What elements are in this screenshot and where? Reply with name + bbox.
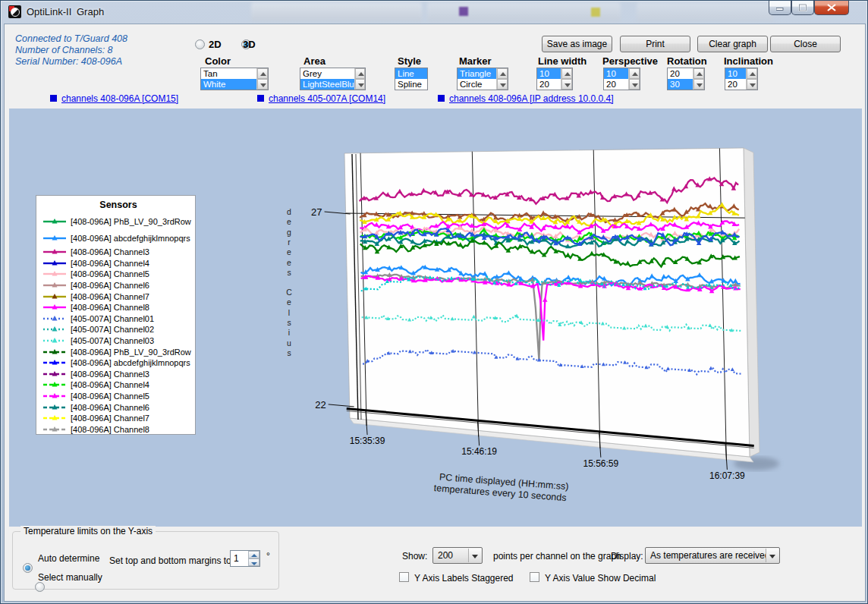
channel-link-label: channels 408-096A [COM15] bbox=[61, 93, 178, 104]
legend-swatch-dashed bbox=[42, 413, 68, 423]
scroll-down-icon[interactable] bbox=[747, 79, 757, 90]
scroll-down-icon[interactable] bbox=[693, 79, 704, 90]
radio-select-manually[interactable] bbox=[35, 582, 45, 592]
window-title: OptiLink-II bbox=[27, 6, 71, 17]
channel-link[interactable]: channels 408-096A [COM15] bbox=[50, 93, 178, 104]
spinner-down-icon[interactable] bbox=[248, 558, 259, 566]
listbox-inclination-option[interactable]: 20 bbox=[725, 79, 746, 90]
listbox-area-option[interactable]: Grey bbox=[300, 68, 354, 79]
y-axis-title-letter: e bbox=[287, 297, 291, 307]
legend-item: [408-096A] Channel5 bbox=[42, 391, 195, 402]
maximize-button[interactable] bbox=[791, 1, 814, 15]
sensors-legend: Sensors [408-096A] PhB_LV_90_3rdRow[408-… bbox=[36, 195, 196, 435]
listbox-rotation-option[interactable]: 20 bbox=[668, 68, 693, 79]
scroll-up-icon[interactable] bbox=[497, 68, 508, 79]
listbox-area[interactable]: GreyLightSteelBlue bbox=[300, 68, 366, 90]
listbox-style[interactable]: LineSpline bbox=[395, 68, 428, 90]
radio-2d[interactable] bbox=[195, 39, 205, 49]
legend-swatch-dashed bbox=[42, 379, 68, 390]
legend-swatch-solid bbox=[42, 233, 68, 244]
y-axis-title-letter: e bbox=[287, 258, 291, 267]
y-axis-title-letter: C bbox=[286, 288, 292, 297]
listbox-scrollbar[interactable] bbox=[256, 68, 268, 90]
listbox-marker-option[interactable]: Triangle bbox=[458, 68, 496, 79]
title-bar[interactable]: OptiLink-II Graph bbox=[1, 1, 867, 24]
close-button[interactable]: Close bbox=[770, 36, 841, 52]
legend-swatch-dashed bbox=[42, 424, 68, 435]
listbox-marker[interactable]: TriangleCircle bbox=[457, 68, 508, 90]
listbox-scrollbar[interactable] bbox=[628, 68, 640, 90]
scroll-up-icon[interactable] bbox=[747, 68, 757, 79]
scroll-down-icon[interactable] bbox=[629, 79, 640, 90]
channel-link[interactable]: channels 405-007A [COM14] bbox=[257, 93, 385, 104]
minimize-button[interactable] bbox=[769, 1, 791, 15]
legend-item-label: [408-096A] PhB_LV_90_3rdRow bbox=[71, 348, 191, 357]
listbox-scrollbar[interactable] bbox=[693, 68, 704, 90]
listbox-inclination-option[interactable]: 10 bbox=[725, 68, 746, 79]
listbox-marker-option[interactable]: Circle bbox=[458, 79, 496, 90]
margins-label: Set top and bottom margins to: bbox=[109, 555, 234, 566]
legend-item: [408-096A] PhB_LV_90_3rdRow bbox=[42, 213, 195, 230]
save-as-image-button[interactable]: Save as image bbox=[542, 36, 612, 52]
legend-item-label: [408-096A] Channel7 bbox=[71, 414, 149, 423]
checkbox-y-axis-decimal-label: Y Axis Value Show Decimal bbox=[545, 573, 656, 584]
legend-swatch-solid bbox=[42, 269, 68, 279]
radio-auto-determine[interactable] bbox=[23, 563, 33, 573]
listbox-style-option[interactable]: Spline bbox=[395, 79, 427, 90]
scroll-down-icon[interactable] bbox=[257, 79, 268, 90]
checkbox-y-axis-decimal[interactable] bbox=[530, 572, 539, 582]
scroll-up-icon[interactable] bbox=[257, 68, 268, 79]
y-axis-title-letter: i bbox=[288, 328, 290, 337]
clear-graph-button[interactable]: Clear graph bbox=[697, 36, 768, 52]
listbox-style-option[interactable]: Line bbox=[395, 68, 427, 79]
scroll-down-icon[interactable] bbox=[497, 79, 508, 90]
checkbox-y-axis-staggered[interactable] bbox=[399, 572, 409, 582]
legend-item-label: [408-096A] Channel6 bbox=[71, 281, 149, 290]
legend-item-label: [408-096A] Channel5 bbox=[71, 269, 149, 278]
listbox-perspective-option[interactable]: 10 bbox=[604, 68, 628, 79]
legend-swatch-dotted bbox=[42, 313, 68, 324]
channel-link-label: channels 405-007A [COM14] bbox=[269, 93, 385, 104]
menu-graph[interactable]: Graph bbox=[77, 6, 104, 17]
margin-spinner[interactable]: 1 bbox=[230, 550, 260, 567]
listbox-inclination[interactable]: 1020 bbox=[725, 68, 758, 90]
listbox-rotation[interactable]: 2030 bbox=[667, 68, 705, 90]
close-window-button[interactable] bbox=[814, 1, 849, 15]
listbox-scrollbar[interactable] bbox=[496, 68, 508, 90]
listbox-scrollbar[interactable] bbox=[746, 68, 757, 90]
scroll-up-icon[interactable] bbox=[355, 68, 365, 79]
listbox-label-color: Color bbox=[205, 55, 231, 67]
listbox-color-option[interactable]: Tan bbox=[201, 68, 256, 79]
legend-item-label: [408-096A] Channel8 bbox=[71, 303, 149, 312]
legend-item: [408-096A] Channel7 bbox=[42, 291, 195, 302]
scroll-up-icon[interactable] bbox=[693, 68, 704, 79]
legend-swatch-dashed bbox=[42, 357, 68, 368]
spinner-up-icon[interactable] bbox=[248, 551, 259, 558]
channel-link[interactable]: channels 408-096A [IP address 10.0.0.4] bbox=[438, 93, 614, 104]
scroll-up-icon[interactable] bbox=[561, 68, 572, 79]
listbox-line-width-option[interactable]: 20 bbox=[537, 79, 561, 90]
print-button[interactable]: Print bbox=[620, 36, 690, 52]
scroll-down-icon[interactable] bbox=[355, 79, 365, 90]
display-mode-dropdown[interactable]: As temperatures are received bbox=[645, 547, 780, 564]
listbox-perspective-option[interactable]: 20 bbox=[604, 79, 628, 90]
legend-item-label: [408-096A] abcdefghijklmnopqrs bbox=[71, 234, 190, 243]
legend-item-label: [408-096A] abcdefghijklmnopqrs bbox=[71, 358, 190, 367]
legend-item: [408-096A] Channel8 bbox=[42, 302, 195, 313]
listbox-scrollbar[interactable] bbox=[354, 68, 365, 90]
legend-item: [405-007A] Channel03 bbox=[42, 335, 195, 347]
listbox-line-width-option[interactable]: 10 bbox=[537, 68, 561, 79]
show-points-dropdown[interactable]: 200 bbox=[432, 547, 483, 564]
listbox-color[interactable]: TanWhite bbox=[200, 68, 269, 90]
listbox-color-option[interactable]: White bbox=[201, 79, 256, 90]
legend-swatch-solid bbox=[42, 280, 68, 291]
background-window-blur bbox=[251, 2, 422, 21]
listbox-area-option[interactable]: LightSteelBlue bbox=[300, 79, 354, 90]
app-icon bbox=[8, 5, 21, 18]
listbox-line-width[interactable]: 1020 bbox=[536, 68, 573, 90]
listbox-scrollbar[interactable] bbox=[561, 68, 572, 90]
listbox-perspective[interactable]: 1020 bbox=[603, 68, 640, 90]
listbox-rotation-option[interactable]: 30 bbox=[668, 79, 693, 90]
scroll-down-icon[interactable] bbox=[561, 79, 572, 90]
scroll-up-icon[interactable] bbox=[629, 68, 640, 79]
